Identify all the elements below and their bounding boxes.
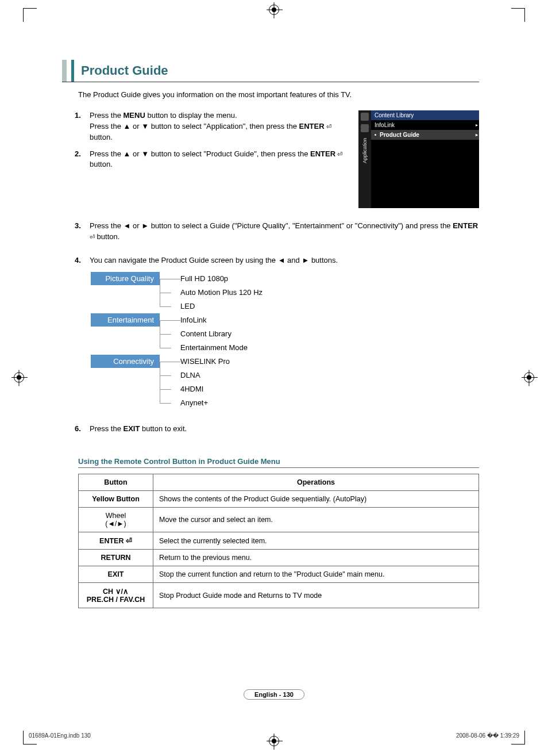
title-accent-bar: [71, 60, 74, 82]
step-text: You can navigate the Product Guide scree…: [90, 255, 479, 266]
guide-tree: Picture Quality Full HD 1080p Auto Motio…: [91, 272, 479, 410]
osd-menu-item-selected: Product Guide▸: [371, 130, 479, 140]
operation-cell: Return to the previous menu.: [153, 550, 479, 566]
tree-sub-row: Anynet+: [91, 396, 479, 410]
tree-sub-row: Content Library: [91, 327, 479, 341]
app-icon: [361, 124, 369, 132]
registration-mark-icon: [269, 5, 279, 17]
button-cell: RETURN: [79, 550, 153, 566]
registration-mark-icon: [14, 372, 24, 384]
step-text: Press the ◄ or ► button to select a Guid…: [90, 221, 479, 243]
registration-mark-icon: [524, 372, 534, 384]
table-row: RETURN Return to the previous menu.: [79, 550, 479, 566]
operation-cell: Shows the contents of the Product Guide …: [153, 491, 479, 508]
tree-leaf: Full HD 1080p: [180, 274, 228, 283]
crop-mark: [23, 8, 37, 22]
chevron-right-icon: ▸: [476, 132, 478, 137]
tree-category-row: Entertainment InfoLink: [91, 313, 479, 327]
tree-leaf: Anynet+: [180, 398, 208, 407]
tree-leaf: DLNA: [180, 371, 200, 379]
tree-sub-row: Auto Motion Plus 120 Hz: [91, 286, 479, 300]
step-number: 2.: [75, 149, 90, 171]
button-cell: Wheel(◄/►): [79, 508, 153, 532]
table-subtitle: Using the Remote Control Button in Produ…: [78, 457, 479, 468]
enter-icon: ⏎: [90, 233, 95, 240]
print-meta-left: 01689A-01Eng.indb 130: [29, 732, 91, 739]
operation-cell: Select the currently selected item.: [153, 532, 479, 550]
registration-mark-icon: [269, 736, 279, 748]
osd-sidebar: Application: [358, 110, 371, 208]
category-picture-quality: Picture Quality: [91, 272, 160, 285]
step-text: Press the MENU button to display the men…: [90, 110, 348, 143]
col-header-button: Button: [79, 474, 153, 491]
tree-leaf: WISELINK Pro: [180, 357, 230, 366]
table-row: EXIT Stop the current function and retur…: [79, 566, 479, 583]
step-2: 2. Press the ▲ or ▼ button to select "Pr…: [75, 149, 348, 171]
tree-leaf: Content Library: [180, 329, 231, 338]
steps-list-end: 6. Press the EXIT button to exit.: [75, 424, 479, 435]
steps-and-menu: 1. Press the MENU button to display the …: [75, 110, 479, 208]
tree-leaf: InfoLink: [180, 316, 207, 324]
table-row: CH ∨/∧PRE.CH / FAV.CH Stop Product Guide…: [79, 583, 479, 608]
col-header-operations: Operations: [153, 474, 479, 491]
table-row: Yellow Button Shows the contents of the …: [79, 491, 479, 508]
category-connectivity: Connectivity: [91, 355, 160, 368]
app-icon: [361, 113, 369, 121]
tree-sub-row: LED: [91, 300, 479, 313]
osd-sidebar-label: Application: [362, 138, 368, 163]
step-3: 3. Press the ◄ or ► button to select a G…: [75, 221, 479, 243]
crop-mark: [511, 8, 525, 22]
manual-page: Product Guide The Product Guide gives yo…: [0, 0, 548, 756]
step-text: Press the ▲ or ▼ button to select "Produ…: [90, 149, 348, 171]
step-4: 4. You can navigate the Product Guide sc…: [75, 255, 479, 266]
steps-list: 1. Press the MENU button to display the …: [75, 110, 348, 208]
step-text: Press the EXIT button to exit.: [90, 424, 479, 435]
step-1: 1. Press the MENU button to display the …: [75, 110, 348, 143]
tree-sub-row: Entertainment Mode: [91, 341, 479, 355]
button-cell: Yellow Button: [79, 491, 153, 508]
osd-header: Content Library: [371, 110, 479, 120]
chevron-right-icon: ▸: [476, 122, 478, 128]
tree-category-row: Picture Quality Full HD 1080p: [91, 272, 479, 286]
enter-icon: ⏎: [335, 150, 342, 157]
title-accent-bar: [62, 60, 67, 82]
step-number: 6.: [75, 424, 90, 435]
step-number: 1.: [75, 110, 90, 143]
table-header-row: Button Operations: [79, 474, 479, 491]
tree-sub-row: DLNA: [91, 369, 479, 382]
page-title: Product Guide: [81, 60, 168, 82]
tree-category-row: Connectivity WISELINK Pro: [91, 355, 479, 369]
table-row: ENTER ⏎ Select the currently selected it…: [79, 532, 479, 550]
title-row: Product Guide: [62, 60, 479, 82]
tree-leaf: Auto Motion Plus 120 Hz: [180, 288, 263, 297]
step-number: 3.: [75, 221, 90, 243]
button-cell: ENTER ⏎: [79, 532, 153, 550]
remote-control-table: Button Operations Yellow Button Shows th…: [78, 474, 479, 608]
tree-leaf: LED: [180, 302, 195, 310]
print-meta-right: 2008-08-06 �� 1:39:29: [456, 732, 519, 739]
steps-list-cont: 3. Press the ◄ or ► button to select a G…: [75, 221, 479, 266]
operation-cell: Stop Product Guide mode and Returns to T…: [153, 583, 479, 608]
button-cell: CH ∨/∧PRE.CH / FAV.CH: [79, 583, 153, 608]
osd-main: Content Library InfoLink▸ Product Guide▸: [371, 110, 479, 208]
step-6: 6. Press the EXIT button to exit.: [75, 424, 479, 435]
intro-text: The Product Guide gives you information …: [78, 90, 479, 99]
button-cell: EXIT: [79, 566, 153, 583]
page-number: English - 130: [244, 689, 304, 700]
osd-menu-screenshot: Application Content Library InfoLink▸ Pr…: [358, 110, 479, 208]
operation-cell: Move the cursor and select an item.: [153, 508, 479, 532]
operation-cell: Stop the current function and return to …: [153, 566, 479, 583]
category-entertainment: Entertainment: [91, 313, 160, 327]
tree-sub-row: 4HDMI: [91, 382, 479, 396]
bullet-icon: [375, 134, 376, 136]
tree-leaf: 4HDMI: [180, 385, 203, 393]
step-number: 4.: [75, 255, 90, 266]
enter-icon: ⏎: [325, 122, 331, 129]
tree-leaf: Entertainment Mode: [180, 343, 248, 352]
osd-menu-item: InfoLink▸: [371, 120, 479, 130]
page-content: Product Guide The Product Guide gives yo…: [62, 60, 479, 608]
page-footer: English - 130: [244, 690, 304, 699]
table-row: Wheel(◄/►) Move the cursor and select an…: [79, 508, 479, 532]
